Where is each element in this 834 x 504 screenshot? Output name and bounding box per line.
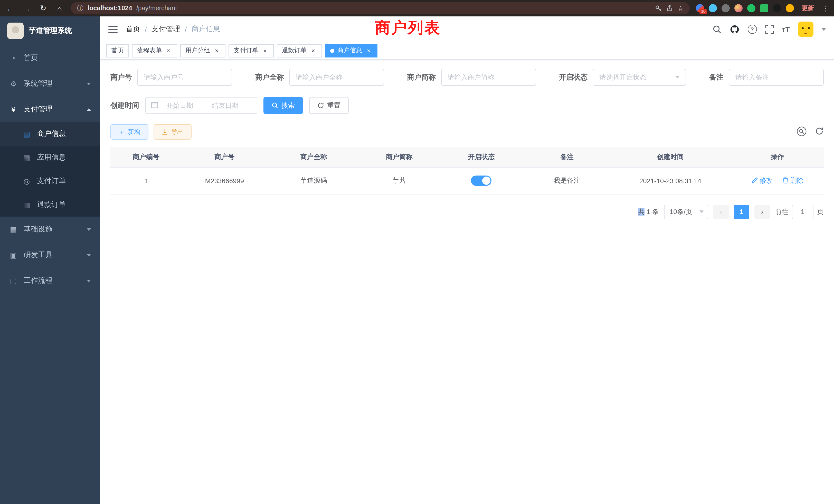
url-host: localhost:1024: [88, 5, 132, 12]
tab-pay-order[interactable]: 支付订单×: [228, 44, 274, 57]
fullscreen-icon[interactable]: [765, 25, 774, 33]
github-icon[interactable]: [729, 24, 739, 34]
browser-back-icon[interactable]: ←: [5, 4, 16, 13]
sidebar-item-home[interactable]: ◔ 首页: [0, 45, 100, 71]
tab-close-icon[interactable]: ×: [165, 47, 172, 54]
browser-forward-icon[interactable]: →: [22, 4, 32, 13]
extension-icon[interactable]: [734, 4, 743, 12]
app-logo[interactable]: 芋道管理系统: [0, 17, 100, 45]
sidebar-item-app-info[interactable]: ▦ 应用信息: [0, 146, 100, 169]
tab-close-icon[interactable]: ×: [261, 47, 269, 54]
browser-menu-icon[interactable]: ⋮: [822, 4, 829, 12]
page-number-1[interactable]: 1: [734, 205, 749, 219]
sidebar-item-label: 支付管理: [24, 105, 81, 114]
extension-icon[interactable]: [786, 4, 794, 12]
tab-user-group[interactable]: 用户分组×: [180, 44, 225, 57]
bookmark-star-icon[interactable]: ☆: [678, 4, 683, 12]
prev-page-button[interactable]: ‹: [713, 205, 729, 219]
search-button[interactable]: 搜索: [263, 97, 303, 114]
remark-input[interactable]: [729, 69, 824, 86]
status-select-placeholder: 请选择开启状态: [599, 73, 646, 82]
breadcrumb-payment[interactable]: 支付管理: [152, 25, 180, 34]
goto-page-input[interactable]: [792, 205, 813, 219]
breadcrumb: 首页 / 支付管理 / 商户信息: [126, 25, 220, 34]
help-icon[interactable]: ?: [747, 25, 757, 34]
col-status: 开启状态: [439, 147, 524, 167]
toggle-search-icon[interactable]: [796, 126, 807, 138]
sidebar-item-infrastructure[interactable]: ▦ 基础设施: [0, 216, 100, 242]
search-icon[interactable]: [712, 25, 721, 34]
sidebar-item-merchant-info[interactable]: ▤ 商户信息: [0, 122, 100, 146]
reset-button[interactable]: 重置: [309, 97, 349, 114]
url-path: /pay/merchant: [136, 5, 177, 12]
browser-home-icon[interactable]: ⌂: [54, 4, 65, 13]
extension-icon[interactable]: [722, 4, 730, 12]
date-end-input[interactable]: [207, 101, 244, 109]
browser-update-button[interactable]: 更新: [798, 3, 817, 14]
merchant-page: 商户号 商户全称 商户简称 开启状态 请选择开启状态: [100, 60, 834, 504]
tags-view-bar: 首页 流程表单× 用户分组× 支付订单× 退款订单× 商户信息×: [100, 42, 834, 60]
sidebar-toggle-icon[interactable]: [108, 26, 117, 32]
pagination: 共 1 条 10条/页 ‹ 1 › 前往 页: [110, 205, 824, 219]
extension-icon[interactable]: [760, 4, 768, 12]
merchant-table: 商户编号 商户号 商户全称 商户简称 开启状态 备注 创建时间 操作 1: [110, 147, 824, 194]
active-dot-icon: [330, 48, 334, 53]
col-remark: 备注: [524, 147, 610, 167]
tab-close-icon[interactable]: ×: [310, 47, 317, 54]
tab-close-icon[interactable]: ×: [365, 47, 372, 54]
page-size-select[interactable]: 10条/页: [664, 205, 708, 219]
chevron-up-icon: [87, 108, 91, 111]
next-page-button[interactable]: ›: [754, 205, 770, 219]
browser-reload-icon[interactable]: ↻: [38, 4, 48, 13]
sidebar-item-label: 首页: [24, 53, 91, 63]
status-select[interactable]: 请选择开启状态: [593, 69, 686, 86]
filter-row-2: 创建时间 - 搜索 重置: [110, 97, 824, 114]
sidebar-item-devtools[interactable]: ▣ 研发工具: [0, 242, 100, 268]
extension-icon[interactable]: [709, 4, 717, 12]
cell-remark: 我是备注: [524, 167, 610, 194]
full-name-input[interactable]: [289, 69, 384, 86]
share-icon[interactable]: [666, 5, 674, 12]
export-button[interactable]: 导出: [154, 124, 192, 140]
short-name-input[interactable]: [441, 69, 536, 86]
extension-icon[interactable]: 10: [696, 4, 704, 12]
add-button[interactable]: ＋ 新增: [110, 124, 148, 140]
tab-home[interactable]: 首页: [106, 44, 129, 57]
password-key-icon[interactable]: [655, 5, 662, 12]
extension-icon[interactable]: [747, 4, 755, 12]
edit-link[interactable]: 修改: [751, 176, 773, 185]
sidebar-item-system[interactable]: ⚙ 系统管理: [0, 71, 100, 96]
font-size-icon[interactable]: тT: [782, 25, 790, 33]
sidebar-item-pay-order[interactable]: ◎ 支付订单: [0, 169, 100, 193]
sidebar-item-refund-order[interactable]: ▥ 退款订单: [0, 193, 100, 216]
tab-merchant-info[interactable]: 商户信息×: [325, 44, 377, 57]
sidebar-item-workflow[interactable]: ▢ 工作流程: [0, 268, 100, 294]
plus-icon: ＋: [118, 128, 125, 136]
grid-icon: ▦: [23, 154, 31, 162]
delete-link[interactable]: 删除: [782, 176, 804, 185]
tab-close-icon[interactable]: ×: [213, 47, 220, 54]
merchant-no-label: 商户号: [110, 73, 132, 82]
address-bar[interactable]: ⓘ localhost:1024/pay/merchant ☆: [71, 2, 690, 14]
breadcrumb-home[interactable]: 首页: [126, 25, 140, 34]
table-toolbar: ＋ 新增 导出: [110, 124, 824, 140]
tab-process-form[interactable]: 流程表单×: [132, 44, 177, 57]
status-toggle[interactable]: [471, 176, 491, 186]
extension-icon[interactable]: [773, 4, 781, 12]
tab-refund-order[interactable]: 退款订单×: [277, 44, 322, 57]
date-start-input[interactable]: [161, 101, 198, 109]
date-range-picker[interactable]: -: [145, 97, 257, 114]
site-info-icon[interactable]: ⓘ: [77, 4, 84, 13]
short-name-label: 商户简称: [407, 73, 436, 82]
tab-label: 用户分组: [185, 46, 210, 55]
cell-merchant-no: M233666999: [182, 167, 267, 194]
search-button-label: 搜索: [281, 101, 295, 110]
refresh-icon[interactable]: [815, 127, 824, 137]
sidebar-item-payment[interactable]: ¥ 支付管理: [0, 96, 100, 122]
avatar-dropdown-caret-icon[interactable]: [822, 28, 826, 30]
delete-link-label: 删除: [790, 176, 804, 185]
merchant-no-input[interactable]: [137, 69, 232, 86]
user-avatar[interactable]: [798, 22, 813, 37]
tab-label: 退款订单: [282, 46, 307, 55]
workflow-icon: ▢: [9, 277, 18, 285]
